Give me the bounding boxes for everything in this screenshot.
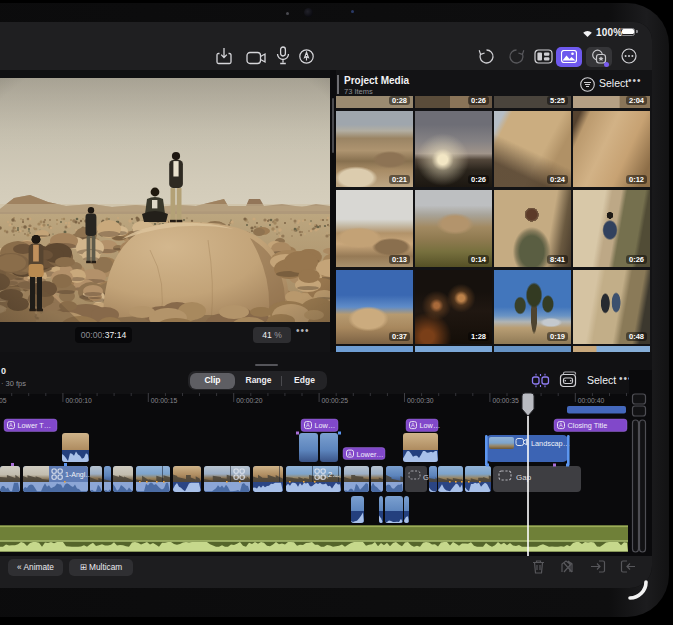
svg-text:Landscap…: Landscap… [531,439,570,448]
svg-text:A: A [9,422,13,428]
svg-text:Gap: Gap [516,473,532,482]
svg-text:Lower T…: Lower T… [18,421,52,430]
svg-text:Low…: Low… [315,421,336,430]
svg-text:00:00:40: 00:00:40 [578,397,605,404]
svg-text:G: G [423,473,429,482]
svg-text:A: A [348,451,352,457]
svg-text:A: A [306,422,310,428]
svg-text:00:00:30: 00:00:30 [407,397,434,404]
svg-text:Closing Title: Closing Title [568,421,608,430]
svg-text:Low…: Low… [420,421,441,430]
svg-text:00:00:10: 00:00:10 [65,397,92,404]
svg-text:00:00:15: 00:00:15 [151,397,178,404]
svg-text:A: A [559,422,563,428]
svg-text:A: A [411,422,415,428]
svg-text:1-Angl…: 1-Angl… [65,471,92,479]
svg-text:2…: 2… [328,470,340,479]
svg-text:00:00:35: 00:00:35 [492,397,519,404]
svg-text:00:00:20: 00:00:20 [236,397,263,404]
svg-text:00:00:25: 00:00:25 [322,397,349,404]
svg-text:00:00:05: 00:00:05 [0,397,7,404]
svg-text:Lower…: Lower… [357,450,384,459]
